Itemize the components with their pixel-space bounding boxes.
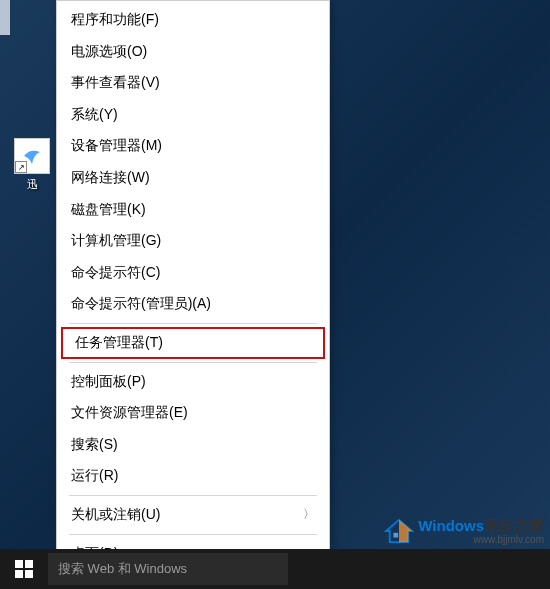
menu-separator	[69, 362, 317, 363]
windows-icon	[15, 560, 33, 578]
watermark: Windows系统之家 www.bjjmlv.com	[384, 517, 544, 545]
svg-rect-2	[25, 560, 33, 568]
desktop-icon-cutoff	[0, 0, 10, 35]
menu-system[interactable]: 系统(Y)	[57, 99, 329, 131]
desktop-shortcut[interactable]: ↗ 迅	[12, 138, 52, 198]
svg-rect-4	[25, 570, 33, 578]
menu-control-panel[interactable]: 控制面板(P)	[57, 366, 329, 398]
shortcut-icon: ↗	[14, 138, 50, 174]
shortcut-arrow-icon: ↗	[15, 161, 27, 173]
svg-rect-0	[394, 533, 399, 538]
svg-rect-3	[15, 570, 23, 578]
search-placeholder: 搜索 Web 和 Windows	[58, 560, 187, 578]
menu-programs-features[interactable]: 程序和功能(F)	[57, 4, 329, 36]
menu-search[interactable]: 搜索(S)	[57, 429, 329, 461]
menu-file-explorer[interactable]: 文件资源管理器(E)	[57, 397, 329, 429]
menu-command-prompt-admin[interactable]: 命令提示符(管理员)(A)	[57, 288, 329, 320]
menu-separator	[69, 323, 317, 324]
menu-task-manager[interactable]: 任务管理器(T)	[61, 327, 325, 359]
start-button[interactable]	[0, 549, 48, 589]
menu-run[interactable]: 运行(R)	[57, 460, 329, 492]
menu-disk-management[interactable]: 磁盘管理(K)	[57, 194, 329, 226]
taskbar-search[interactable]: 搜索 Web 和 Windows	[48, 553, 288, 585]
house-icon	[384, 518, 414, 544]
menu-command-prompt[interactable]: 命令提示符(C)	[57, 257, 329, 289]
menu-shutdown-signout[interactable]: 关机或注销(U) 〉	[57, 499, 329, 531]
svg-rect-1	[15, 560, 23, 568]
menu-computer-management[interactable]: 计算机管理(G)	[57, 225, 329, 257]
menu-power-options[interactable]: 电源选项(O)	[57, 36, 329, 68]
menu-separator	[69, 495, 317, 496]
menu-network-connections[interactable]: 网络连接(W)	[57, 162, 329, 194]
menu-separator	[69, 534, 317, 535]
shortcut-label: 迅	[27, 177, 38, 192]
taskbar: 搜索 Web 和 Windows	[0, 549, 550, 589]
menu-event-viewer[interactable]: 事件查看器(V)	[57, 67, 329, 99]
menu-device-manager[interactable]: 设备管理器(M)	[57, 130, 329, 162]
chevron-right-icon: 〉	[303, 506, 315, 523]
winx-context-menu: 程序和功能(F) 电源选项(O) 事件查看器(V) 系统(Y) 设备管理器(M)…	[56, 0, 330, 573]
